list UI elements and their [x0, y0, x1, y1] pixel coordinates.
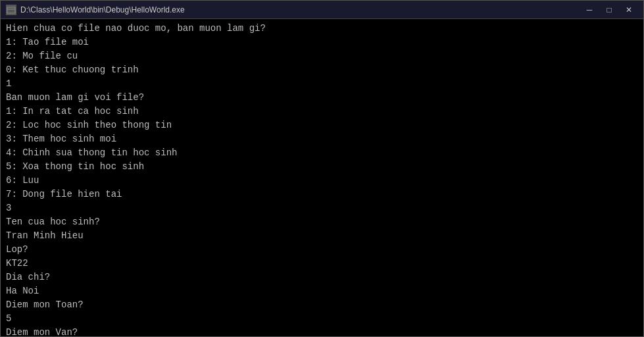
console-line: 1 [6, 77, 638, 91]
console-line: 5: Xoa thong tin hoc sinh [6, 160, 638, 174]
console-line: 1: Tao file moi [6, 36, 638, 49]
console-line: Tran Minh Hieu [6, 229, 638, 243]
console-line: 7: Dong file hien tai [6, 188, 638, 201]
console-line: 4: Chinh sua thong tin hoc sinh [6, 146, 638, 160]
console-output: Hien chua co file nao duoc mo, ban muon … [1, 19, 643, 336]
app-icon [6, 5, 16, 15]
console-line: KT22 [6, 257, 638, 271]
console-line: Ten cua hoc sinh? [6, 215, 638, 229]
console-line: 6: Luu [6, 174, 638, 188]
window-title: D:\Class\HelloWorld\bin\Debug\HelloWorld… [20, 5, 185, 14]
console-line: 5 [6, 312, 638, 326]
console-line: Diem mon Van? [6, 326, 638, 336]
console-line: 2: Mo file cu [6, 49, 638, 63]
maximize-button[interactable]: □ [600, 3, 618, 16]
console-line: Ha Noi [6, 284, 638, 298]
console-line: Dia chi? [6, 271, 638, 284]
console-line: 3: Them hoc sinh moi [6, 132, 638, 146]
console-line: 1: In ra tat ca hoc sinh [6, 105, 638, 118]
title-bar-left: D:\Class\HelloWorld\bin\Debug\HelloWorld… [6, 5, 185, 15]
console-line: Ban muon lam gi voi file? [6, 91, 638, 105]
console-line: Lop? [6, 243, 638, 257]
title-bar: D:\Class\HelloWorld\bin\Debug\HelloWorld… [1, 1, 643, 19]
window-controls: ─ □ ✕ [580, 3, 638, 16]
svg-rect-0 [7, 7, 15, 13]
minimize-button[interactable]: ─ [580, 3, 599, 16]
console-line: Diem mon Toan? [6, 298, 638, 312]
console-line: 0: Ket thuc chuong trinh [6, 63, 638, 77]
console-line: Hien chua co file nao duoc mo, ban muon … [6, 22, 638, 36]
console-line: 2: Loc hoc sinh theo thong tin [6, 118, 638, 132]
close-button[interactable]: ✕ [620, 3, 638, 16]
console-line: 3 [6, 201, 638, 215]
console-window: D:\Class\HelloWorld\bin\Debug\HelloWorld… [0, 0, 644, 337]
